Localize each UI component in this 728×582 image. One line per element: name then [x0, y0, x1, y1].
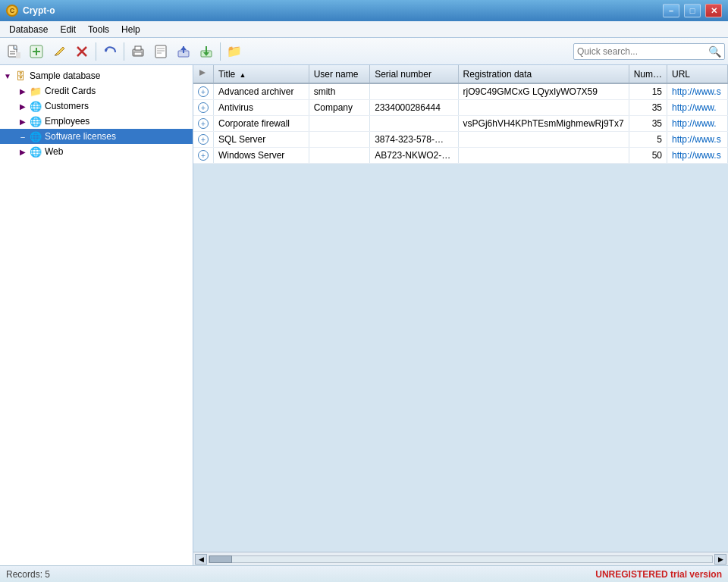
new-button[interactable]	[3, 41, 24, 62]
row-circle-icon: +	[198, 150, 209, 161]
tree-root-label: Sample database	[30, 70, 100, 81]
row-title: SQL Server	[214, 132, 309, 148]
records-count: Records: 5	[6, 569, 595, 580]
tree-expand-root[interactable]: ▼	[2, 70, 14, 82]
tree-label-web: Web	[45, 146, 63, 157]
separator-1	[96, 42, 96, 61]
row-circle-icon: +	[198, 86, 209, 97]
row-icon-cell: +	[193, 83, 214, 100]
row-icon-cell: +	[193, 116, 214, 132]
folder-icon-cc: 📁	[29, 85, 42, 97]
row-title: Antivirus	[214, 100, 309, 116]
group-icon-cust: 🌐	[29, 100, 42, 112]
row-regdata: vsPGj6hVH4KPhTEsmMighmewRj9Tx7	[458, 116, 629, 132]
tree-item-credit-cards[interactable]: ▶ 📁 Credit Cards	[0, 83, 193, 99]
tree-expand-sw[interactable]: –	[17, 130, 29, 142]
row-title: Windows Server	[214, 148, 309, 164]
tree-item-software[interactable]: – 🌐 Software licenses	[0, 129, 193, 144]
minimize-button[interactable]: –	[663, 4, 679, 17]
table-row[interactable]: + Corporate firewall vsPGj6hVH4KPhTEsmMi…	[193, 116, 728, 132]
svg-rect-14	[134, 52, 142, 55]
tree-item-web[interactable]: ▶ 🌐 Web	[0, 144, 193, 159]
row-url: http://www.s	[667, 83, 728, 100]
col-url[interactable]: URL	[667, 65, 728, 83]
row-circle-icon: +	[198, 118, 209, 129]
row-serial: 3874-323-578-…	[370, 132, 458, 148]
scroll-left-button[interactable]: ◀	[195, 554, 207, 565]
row-circle-icon: +	[198, 102, 209, 113]
preview-button[interactable]	[150, 41, 171, 62]
separator-2	[124, 42, 124, 61]
app-icon: C	[6, 5, 18, 17]
col-title[interactable]: Title ▲	[214, 65, 309, 83]
tree-expand-emp[interactable]: ▶	[17, 115, 29, 127]
table-row[interactable]: + Windows Server AB723-NKWO2-… 50 http:/…	[193, 148, 728, 164]
undo-button[interactable]	[99, 41, 121, 62]
print-button[interactable]	[127, 41, 149, 62]
row-username: Company	[309, 100, 370, 116]
import-button[interactable]	[196, 41, 217, 62]
table-row[interactable]: + SQL Server 3874-323-578-… 5 http://www…	[193, 132, 728, 148]
row-username	[309, 116, 370, 132]
col-icon[interactable]	[193, 65, 214, 83]
scroll-thumb[interactable]	[209, 555, 232, 563]
export-button[interactable]	[173, 41, 194, 62]
tree-item-employees[interactable]: ▶ 🌐 Employees	[0, 114, 193, 129]
row-icon-cell: +	[193, 100, 214, 116]
search-input[interactable]	[577, 46, 708, 57]
svg-rect-15	[155, 45, 166, 58]
tree-root[interactable]: ▼ 🗄 Sample database	[0, 68, 193, 83]
tree-label-cust: Customers	[45, 101, 89, 111]
sort-arrow: ▲	[240, 71, 246, 79]
col-serial[interactable]: Serial number	[370, 65, 458, 83]
delete-button[interactable]	[71, 41, 93, 62]
row-num: 50	[629, 148, 667, 164]
group-icon-emp: 🌐	[29, 115, 42, 127]
menu-edit[interactable]: Edit	[54, 23, 82, 36]
separator-3	[220, 42, 221, 61]
tree-item-customers[interactable]: ▶ 🌐 Customers	[0, 99, 193, 114]
add-button[interactable]	[26, 41, 47, 62]
menu-bar: Database Edit Tools Help	[0, 21, 728, 38]
row-url: http://www.s	[667, 148, 728, 164]
table-row[interactable]: + Advanced archiver smith rjO9C49GMCxG L…	[193, 83, 728, 100]
row-username: smith	[309, 83, 370, 100]
group-icon-sw: 🌐	[29, 130, 42, 142]
app-title: Crypt-o	[23, 5, 658, 16]
col-num[interactable]: Num…	[629, 65, 667, 83]
row-serial	[370, 116, 458, 132]
tree-expand-cc[interactable]: ▶	[17, 85, 29, 97]
search-icon[interactable]: 🔍	[708, 45, 721, 58]
tree-label-sw: Software licenses	[45, 131, 116, 142]
svg-marker-3	[16, 52, 20, 58]
close-button[interactable]: ✕	[705, 4, 722, 17]
row-icon-cell: +	[193, 148, 214, 164]
edit-button[interactable]	[49, 41, 70, 62]
tree-expand-cust[interactable]: ▶	[17, 100, 29, 112]
svg-rect-13	[135, 46, 141, 50]
menu-tools[interactable]: Tools	[82, 23, 115, 36]
col-regdata[interactable]: Registration data	[458, 65, 629, 83]
row-serial: AB723-NKWO2-…	[370, 148, 458, 164]
table-row[interactable]: + Antivirus Company 2334000286444 35 htt…	[193, 100, 728, 116]
menu-database[interactable]: Database	[3, 23, 54, 36]
svg-marker-21	[180, 46, 187, 50]
row-num: 35	[629, 100, 667, 116]
attach-button[interactable]: 📁	[224, 41, 245, 62]
scroll-right-button[interactable]: ▶	[714, 554, 726, 565]
col-username[interactable]: User name	[309, 65, 370, 83]
status-bar: Records: 5 UNREGISTERED trial version	[0, 565, 728, 582]
row-num: 5	[629, 132, 667, 148]
row-username	[309, 148, 370, 164]
maximize-button[interactable]: □	[684, 4, 701, 17]
data-table: Title ▲ User name Serial number Registra…	[193, 65, 728, 552]
tree-expand-web[interactable]: ▶	[17, 146, 29, 158]
horizontal-scrollbar[interactable]: ◀ ▶	[193, 552, 728, 565]
row-title: Corporate firewall	[214, 116, 309, 132]
menu-help[interactable]: Help	[115, 23, 146, 36]
row-regdata: rjO9C49GMCxG LQyxIyWO7X59	[458, 83, 629, 100]
scroll-track[interactable]	[209, 555, 713, 563]
row-url: http://www.	[667, 100, 728, 116]
table-body: + Advanced archiver smith rjO9C49GMCxG L…	[193, 83, 728, 164]
db-icon: 🗄	[14, 70, 27, 82]
